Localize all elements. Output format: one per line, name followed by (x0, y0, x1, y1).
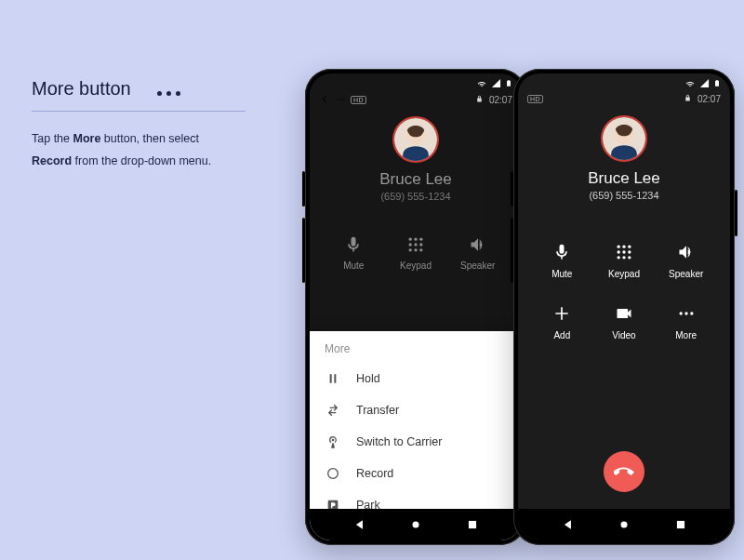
hd-badge: HD (351, 96, 366, 104)
record-icon (325, 465, 341, 482)
dropdown-item-transfer[interactable]: Transfer (310, 394, 522, 426)
call-top-bar: HD 02:07 (310, 92, 522, 109)
more-button[interactable]: More (655, 303, 717, 340)
android-nav-bar (518, 509, 730, 540)
caller-number: (659) 555-1234 (380, 191, 450, 202)
pause-icon (325, 370, 341, 387)
speaker-icon (469, 235, 487, 254)
speaker-icon (676, 242, 697, 262)
call-top-bar: HD 02:07 (518, 92, 730, 108)
video-button[interactable]: Video (593, 303, 656, 340)
instruction-panel: More button Tap the More button, then se… (32, 78, 255, 173)
divider (32, 111, 246, 112)
android-status-bar (518, 73, 730, 92)
caller-block: Bruce Lee (659) 555-1234 (518, 115, 730, 201)
back-arrow-icon[interactable] (319, 94, 330, 105)
nav-recents-button[interactable] (674, 518, 687, 531)
nav-back-button[interactable] (353, 518, 366, 531)
hd-badge: HD (527, 95, 543, 103)
speaker-button[interactable]: Speaker (655, 242, 717, 279)
call-duration: 02:07 (489, 95, 512, 105)
battery-icon (713, 78, 721, 88)
dropdown-item-hold[interactable]: Hold (310, 363, 522, 394)
end-call-button[interactable] (604, 451, 644, 492)
call-duration: 02:07 (698, 94, 721, 104)
mute-button[interactable]: Mute (531, 242, 593, 279)
more-icon (336, 95, 345, 104)
android-status-bar (310, 73, 522, 92)
keypad-icon (406, 235, 425, 254)
caller-number: (659) 555-1234 (589, 190, 658, 201)
add-button[interactable]: Add (531, 303, 593, 340)
antenna-icon (325, 433, 341, 450)
dropdown-title: More (310, 340, 522, 363)
call-actions: Mute Keypad Speaker Add Video (518, 242, 730, 340)
video-icon (614, 303, 634, 324)
avatar (392, 116, 439, 163)
nav-recents-button[interactable] (466, 518, 479, 531)
wifi-icon (476, 77, 487, 88)
transfer-icon (325, 402, 341, 419)
phone-right: HD 02:07 Bruce Lee (659) 555-1234 Mute (513, 69, 735, 545)
plus-icon (551, 303, 572, 324)
phone-left: HD 02:07 Bruce Lee (659) 555-1234 Mute (305, 69, 526, 545)
nav-home-button[interactable] (618, 518, 631, 531)
lock-icon (684, 94, 692, 104)
keypad-icon (614, 242, 634, 262)
keypad-button[interactable]: Keypad (593, 242, 656, 279)
hangup-icon (614, 461, 634, 482)
caller-name: Bruce Lee (379, 170, 452, 189)
mic-icon (551, 242, 572, 262)
nav-home-button[interactable] (409, 518, 422, 531)
dropdown-item-switch-to-carrier[interactable]: Switch to Carrier (310, 426, 522, 458)
mic-icon (344, 235, 363, 254)
more-icon (157, 83, 185, 100)
more-icon (676, 303, 697, 324)
speaker-button: Speaker (446, 235, 509, 271)
instruction-body: Tap the More button, then select Record … (32, 128, 255, 173)
call-actions-dim: Mute Keypad Speaker (310, 235, 522, 271)
signal-icon (699, 78, 710, 88)
caller-block: Bruce Lee (659) 555-1234 (310, 116, 522, 202)
caller-name: Bruce Lee (588, 169, 660, 188)
lock-icon (475, 95, 484, 105)
android-nav-bar (310, 509, 522, 540)
instruction-title: More button (32, 78, 131, 100)
signal-icon (491, 78, 501, 88)
keypad-button: Keypad (385, 235, 447, 271)
battery-icon (505, 78, 512, 88)
avatar (601, 115, 647, 162)
dropdown-item-record[interactable]: Record (310, 458, 522, 489)
mute-button: Mute (323, 235, 385, 271)
nav-back-button[interactable] (562, 518, 575, 531)
wifi-icon (684, 77, 696, 88)
